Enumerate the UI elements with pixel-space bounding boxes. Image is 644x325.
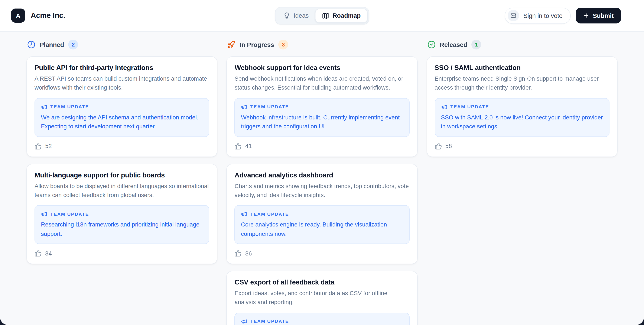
card-title: SSO / SAML authentication [434,64,610,72]
team-update-box: TEAM UPDATEAvailable now from the dashbo… [235,313,410,325]
card-description: Allow boards to be displayed in differen… [34,181,210,200]
tab-ideas-label: Ideas [294,12,308,19]
vote-control[interactable]: 58 [434,142,610,150]
thumbs-up-icon [235,142,242,150]
clock-icon [27,41,36,49]
idea-card[interactable]: Public API for third-party integrationsA… [26,56,218,157]
card-description: Enterprise teams need Single Sign-On sup… [434,74,610,93]
thumbs-up-icon [34,249,42,257]
team-update-box: TEAM UPDATEWe are designing the API sche… [34,98,210,137]
vote-control[interactable]: 36 [235,249,410,257]
card-description: Send webhook notifications when ideas ar… [235,74,410,93]
team-update-label: TEAM UPDATE [250,319,289,324]
column-cards: Public API for third-party integrationsA… [26,56,218,264]
column-header-planned: Planned2 [27,40,217,50]
stage: A Acme Inc. Ideas Roadmap [0,0,644,325]
vote-count: 41 [245,142,252,149]
column-cards: Webhook support for idea eventsSend webh… [226,56,418,325]
team-update-text: We are designing the API schema and auth… [41,113,203,131]
sign-in-label: Sign in to vote [524,12,562,19]
team-update-label: TEAM UPDATE [250,212,289,217]
vote-control[interactable]: 34 [34,249,210,257]
company-logo-letter: A [16,12,20,19]
column-in-progress: In Progress3Webhook support for idea eve… [226,40,418,325]
team-update-label: TEAM UPDATE [50,104,89,109]
tab-roadmap[interactable]: Roadmap [315,9,368,23]
lightbulb-icon [283,12,290,19]
megaphone-icon [241,211,248,217]
submit-button[interactable]: Submit [576,8,621,24]
idea-card[interactable]: SSO / SAML authenticationEnterprise team… [426,56,618,157]
mail-icon [510,13,516,18]
vote-control[interactable]: 41 [235,142,410,150]
team-update-box: TEAM UPDATEResearching i18n frameworks a… [34,205,210,244]
company-logo: A [11,9,25,23]
feedback-portal-app: A Acme Inc. Ideas Roadmap [0,0,644,325]
team-update-text: Core analytics engine is ready. Building… [241,220,403,239]
submit-label: Submit [593,12,614,19]
card-title: Multi-language support for public boards [34,171,210,179]
card-title: CSV export of all feedback data [235,278,410,286]
team-update-label: TEAM UPDATE [50,212,89,217]
plus-icon [583,12,590,19]
top-navigation-bar: A Acme Inc. Ideas Roadmap [0,0,644,32]
megaphone-icon [441,104,447,110]
column-cards: SSO / SAML authenticationEnterprise team… [426,56,618,157]
roadmap-board: Planned2Public API for third-party integ… [0,32,644,325]
megaphone-icon [41,211,47,217]
team-update-header: TEAM UPDATE [41,104,203,110]
company-name: Acme Inc. [31,11,65,20]
idea-card[interactable]: Advanced analytics dashboardCharts and m… [226,164,418,264]
card-description: A REST API so teams can build custom int… [34,74,210,93]
team-update-label: TEAM UPDATE [250,104,289,109]
vote-count: 52 [45,142,52,149]
team-update-label: TEAM UPDATE [450,104,489,109]
tab-ideas[interactable]: Ideas [276,9,315,23]
vote-count: 58 [445,142,452,149]
team-update-header: TEAM UPDATE [241,104,403,110]
thumbs-up-icon [34,142,42,150]
megaphone-icon [241,318,248,324]
team-update-header: TEAM UPDATE [241,211,403,217]
check-circle-icon [427,41,435,49]
map-icon [322,12,329,19]
column-label: Released [440,41,467,48]
vote-control[interactable]: 52 [34,142,210,150]
card-description: Export ideas, votes, and contributor dat… [235,289,410,307]
vote-count: 34 [45,250,52,256]
column-count-badge: 3 [278,40,288,50]
megaphone-icon [241,104,248,110]
megaphone-icon [41,104,47,110]
mail-icon-chip [508,10,519,21]
column-header-released: Released1 [427,40,617,50]
thumbs-up-icon [434,142,442,150]
header-actions: Sign in to vote Submit [505,8,621,24]
team-update-header: TEAM UPDATE [441,104,603,110]
sign-in-to-vote-button[interactable]: Sign in to vote [505,8,571,24]
team-update-box: TEAM UPDATECore analytics engine is read… [235,205,410,244]
column-label: Planned [40,41,64,48]
column-count-badge: 1 [472,40,482,50]
team-update-text: Researching i18n frameworks and prioriti… [41,220,203,239]
team-update-box: TEAM UPDATEWebhook infrastructure is bui… [235,98,410,137]
team-update-header: TEAM UPDATE [41,211,203,217]
view-switcher: Ideas Roadmap [275,7,369,24]
team-update-box: TEAM UPDATESSO with SAML 2.0 is now live… [434,98,610,137]
idea-card[interactable]: Multi-language support for public boards… [26,164,218,264]
card-title: Webhook support for idea events [235,64,410,72]
team-update-text: SSO with SAML 2.0 is now live! Connect y… [441,113,603,131]
vote-count: 36 [245,250,252,256]
column-released: Released1SSO / SAML authenticationEnterp… [426,40,618,157]
team-update-header: TEAM UPDATE [241,318,403,324]
thumbs-up-icon [235,249,242,257]
card-description: Charts and metrics showing feedback tren… [235,181,410,200]
column-count-badge: 2 [68,40,78,50]
card-title: Advanced analytics dashboard [235,171,410,179]
column-planned: Planned2Public API for third-party integ… [26,40,218,264]
rocket-icon [228,41,236,49]
idea-card[interactable]: Webhook support for idea eventsSend webh… [226,56,418,157]
idea-card[interactable]: CSV export of all feedback dataExport id… [226,271,418,325]
tab-roadmap-label: Roadmap [332,12,360,19]
column-header-in-progress: In Progress3 [228,40,417,50]
team-update-text: Webhook infrastructure is built. Current… [241,113,403,131]
